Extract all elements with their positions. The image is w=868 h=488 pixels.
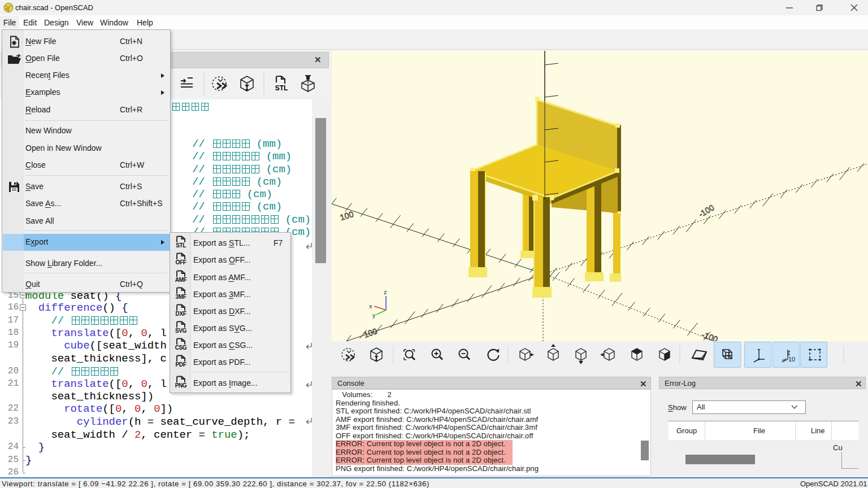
svg-text:z: z: [384, 289, 387, 295]
svg-text:x: x: [369, 303, 372, 310]
svg-text:y: y: [372, 312, 376, 319]
svg-text:STL: STL: [275, 84, 288, 92]
svg-text:10: 10: [788, 356, 795, 363]
